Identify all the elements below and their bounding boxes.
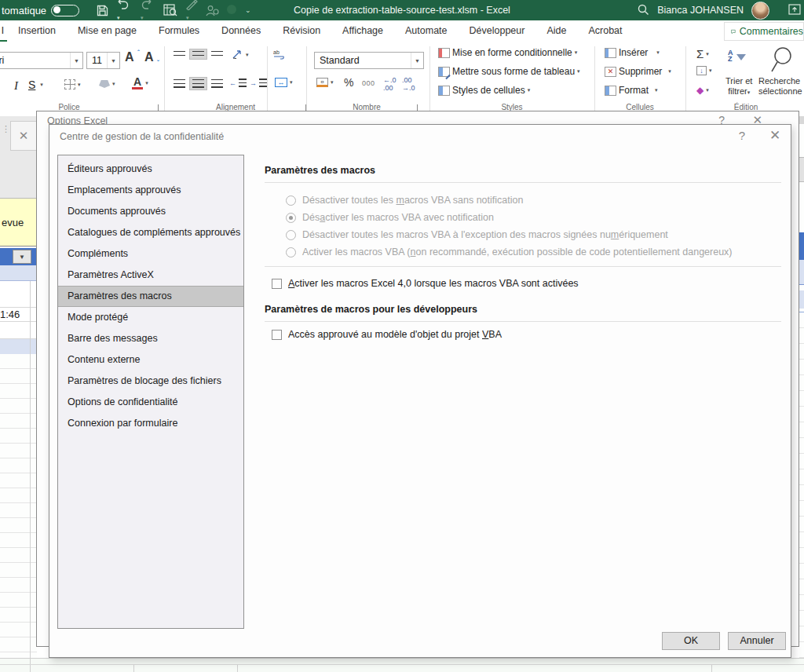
sidebar-item-emplacements-approuves[interactable]: Emplacements approuvés	[58, 180, 243, 201]
merge-center-button[interactable]: ↔▾	[275, 78, 293, 87]
checkbox-icon[interactable]	[272, 279, 282, 289]
tab-aide[interactable]: Aide	[535, 20, 577, 42]
increase-indent-icon[interactable]: →	[250, 79, 267, 87]
sidebar-item-options-confidentialite[interactable]: Options de confidentialité	[58, 392, 243, 413]
worksheet-left-strip: ⋮ ✕ evue ▼ 1:46	[0, 116, 37, 672]
fill-button[interactable]: ↓▾	[696, 66, 712, 75]
fill-color-button[interactable]: ▾	[99, 80, 115, 88]
checkbox-enable-excel4-macros[interactable]: Activer les macros Excel 4,0 lorsque les…	[272, 278, 579, 289]
save-icon[interactable]	[97, 5, 108, 16]
time-cell[interactable]: 1:46	[0, 308, 37, 322]
insert-cells-button[interactable]: Insérer▾	[605, 47, 660, 58]
cell-styles-button[interactable]: Styles de cellules▾	[438, 85, 530, 96]
search-icon[interactable]	[637, 3, 649, 18]
font-color-button[interactable]: A▾	[132, 77, 148, 89]
find-select-button[interactable]: Recherche sélectionne	[758, 76, 802, 97]
redo-icon[interactable]: ▾	[140, 0, 155, 22]
filter-dropdown-button[interactable]: ▼	[13, 250, 31, 264]
table-lookup-icon[interactable]	[163, 4, 177, 16]
clear-button[interactable]: ◆▾	[696, 85, 709, 96]
checkbox-vba-object-model-access[interactable]: Accès approuvé au modèle d'objet du proj…	[272, 329, 502, 340]
percent-style-icon[interactable]: %	[344, 76, 353, 89]
tab-automate[interactable]: Automate	[394, 20, 459, 42]
accounting-format-button[interactable]: ¤▾	[316, 78, 334, 87]
qat-overflow-icon[interactable]: ⌄	[245, 6, 251, 14]
avatar[interactable]	[751, 2, 769, 20]
comments-button[interactable]: Commentaires	[724, 22, 804, 41]
sidebar-item-documents-approuves[interactable]: Documents approuvés	[58, 201, 243, 222]
align-center-icon[interactable]	[190, 78, 206, 89]
conditional-formatting-button[interactable]: Mise en forme conditionnelle▾	[438, 47, 577, 58]
delete-cells-button[interactable]: ✕Supprimer▾	[605, 66, 671, 77]
comma-style-icon[interactable]: 000	[362, 79, 375, 87]
tab-revision[interactable]: Révision	[272, 20, 331, 42]
divider	[265, 321, 781, 322]
draw-icon[interactable]: ▾	[185, 0, 198, 22]
sidebar-item-blocage-fichiers[interactable]: Paramètres de blocage des fichiers	[58, 371, 243, 392]
number-format-combo[interactable]: Standard▼	[314, 52, 424, 69]
tab-donnees[interactable]: Données	[210, 20, 272, 42]
borders-button[interactable]: ▾	[64, 79, 81, 89]
person-search-icon[interactable]	[206, 5, 219, 16]
sidebar-item-catalogues-complements[interactable]: Catalogues de compléments approuvés	[58, 222, 243, 243]
tab-developpeur[interactable]: Développeur	[459, 20, 536, 42]
sidebar-item-contenu-externe[interactable]: Contenu externe	[58, 349, 243, 371]
sidebar-item-parametres-activex[interactable]: Paramètres ActiveX	[58, 265, 243, 286]
tab-accueil-partial[interactable]: l	[0, 20, 7, 42]
align-bottom-icon[interactable]	[209, 49, 225, 59]
radio-icon[interactable]	[286, 195, 296, 206]
underline-button[interactable]: S▾	[26, 79, 43, 91]
align-left-icon[interactable]	[171, 78, 188, 89]
sort-filter-button[interactable]: Trier et filtrer▾	[725, 76, 752, 97]
sidebar-item-parametres-des-macros[interactable]: Paramètres des macros	[58, 286, 243, 307]
wrap-text-icon[interactable]: ab	[273, 49, 287, 60]
undo-icon[interactable]: ▾	[116, 0, 132, 22]
sidebar-item-connexion-formulaire[interactable]: Connexion par formulaire	[58, 413, 243, 434]
radio-disable-with-notification[interactable]: Désactiver les macros VBA avec notificat…	[286, 212, 494, 223]
radio-icon[interactable]	[286, 247, 296, 257]
tab-formules[interactable]: Formules	[148, 20, 210, 42]
checkbox-icon[interactable]	[272, 330, 282, 340]
radio-icon[interactable]	[286, 230, 296, 240]
radio-disable-without-notification[interactable]: Désactiver toutes les macros VBA sans no…	[286, 195, 523, 206]
sidebar-item-editeurs-approuves[interactable]: Éditeurs approuvés	[58, 159, 243, 180]
help-icon[interactable]: ?	[734, 129, 750, 142]
font-size-combo[interactable]: 11▼	[86, 52, 120, 69]
format-cells-button[interactable]: Format▾	[605, 85, 658, 96]
close-icon[interactable]: ✕	[766, 127, 784, 144]
decrease-decimal-icon[interactable]: .00→.0	[402, 76, 415, 92]
increase-decimal-icon[interactable]: ←.0.00	[383, 76, 397, 92]
ok-button[interactable]: OK	[662, 632, 720, 650]
autosave-toggle[interactable]: tomatique	[2, 5, 79, 16]
worksheet-yellow-cell[interactable]: evue	[0, 198, 37, 247]
decrease-indent-icon[interactable]: ←	[229, 79, 247, 87]
align-top-icon[interactable]	[171, 49, 188, 59]
sidebar-item-mode-protege[interactable]: Mode protégé	[58, 307, 243, 328]
autosum-button[interactable]: Σ▾	[696, 47, 709, 60]
radio-disable-except-signed[interactable]: Désactiver toutes les macros VBA à l'exc…	[286, 229, 668, 240]
format-as-table-button[interactable]: Mettre sous forme de tableau▾	[438, 66, 580, 77]
sidebar-item-complements[interactable]: Compléments	[58, 243, 243, 265]
orientation-button[interactable]: ▾	[232, 49, 249, 60]
tab-acrobat[interactable]: Acrobat	[577, 20, 633, 42]
italic-button[interactable]: I	[11, 79, 21, 93]
pane-close-icon[interactable]: ✕	[10, 121, 37, 151]
table-row	[0, 281, 37, 308]
align-right-icon[interactable]	[209, 78, 225, 89]
tab-mise-en-page[interactable]: Mise en page	[67, 20, 148, 42]
sidebar-item-barre-des-messages[interactable]: Barre des messages	[58, 328, 243, 349]
radio-selected-icon[interactable]	[286, 213, 296, 223]
table-header-right	[799, 232, 804, 260]
increase-font-icon[interactable]: Aˆ	[125, 50, 134, 64]
tab-insertion[interactable]: Insertion	[7, 20, 67, 42]
ribbon-tab-row: l Insertion Mise en page Formules Donnée…	[0, 20, 804, 42]
align-middle-icon[interactable]	[190, 49, 206, 59]
macro-settings-heading: Paramètres des macros	[265, 165, 375, 176]
cancel-button[interactable]: Annuler	[728, 632, 786, 650]
ribbon-display-options-icon[interactable]	[788, 4, 801, 17]
tab-affichage[interactable]: Affichage	[331, 20, 394, 42]
radio-enable-all-macros[interactable]: Activer les macros VBA (non recommandé, …	[286, 247, 733, 257]
font-name-combo[interactable]: alibri▼	[0, 52, 83, 69]
decrease-font-icon[interactable]: Aˇ	[144, 50, 154, 64]
user-name[interactable]: Bianca JOHANSEN	[657, 5, 744, 16]
